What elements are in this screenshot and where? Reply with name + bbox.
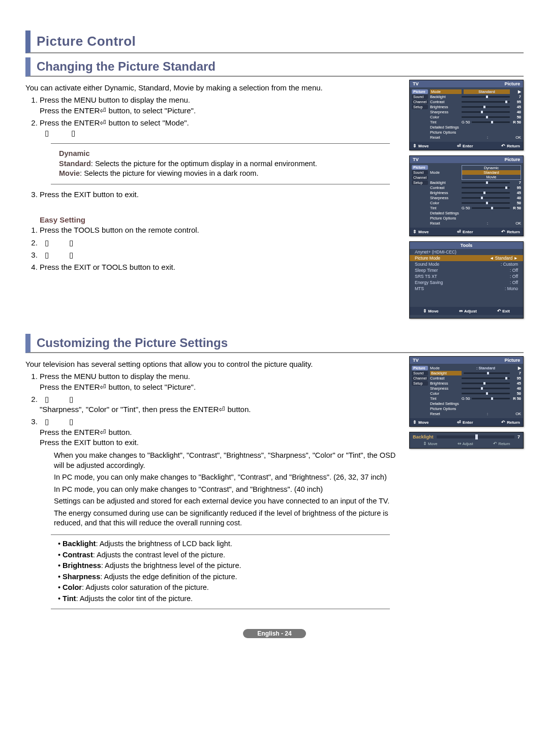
osd-row-sharpness[interactable]: Sharpness	[430, 110, 460, 114]
osd-row-detailed[interactable]: Detailed Settings	[430, 125, 460, 130]
osd-mode-option-standard[interactable]: Standard	[462, 170, 521, 175]
settings-definitions-box: • Backlight: Adjusts the brightness of L…	[51, 534, 390, 609]
osd-row-detailed[interactable]: Detailed Settings	[430, 211, 460, 215]
def-tint-desc: : Adjusts the color tint of the picture.	[76, 594, 193, 603]
osd-row-color[interactable]: Color	[430, 115, 460, 119]
osd-row-contrast[interactable]: Contrast	[430, 376, 460, 381]
osd-row-sharpness[interactable]: Sharpness	[430, 386, 460, 391]
osd-side-picture[interactable]: Picture	[412, 165, 428, 170]
tools-row-anynet[interactable]: Anynet+ (HDMI-CEC)	[415, 249, 456, 255]
page-footer: English - 24	[25, 628, 524, 638]
note-item: In PC mode, you can only make changes to…	[54, 472, 403, 483]
return-icon: ↶	[493, 441, 497, 446]
osd-value: 40	[512, 386, 521, 391]
tools-row-sound-mode[interactable]: Sound Mode	[415, 262, 439, 267]
osd-row-reset[interactable]: Reset	[430, 135, 460, 140]
mode-standard-desc: : Selects the picture for the optimum di…	[91, 160, 317, 168]
osd-mode-value: Standard	[479, 366, 496, 370]
osd-row-reset[interactable]: Reset	[430, 412, 460, 416]
tools-picture-mode-value: Standard	[495, 256, 513, 261]
osd-row-backlight[interactable]: Backlight	[430, 94, 460, 99]
osd-title: Picture	[504, 157, 520, 162]
osd-value: 50	[512, 115, 521, 119]
updown-icon: ⇕	[423, 308, 427, 313]
osd-tint-g: G 50	[462, 206, 470, 210]
step-text: Press the ENTER⏎ button, to select "Pict…	[40, 106, 196, 115]
footer-return: Return	[507, 230, 520, 234]
def-tint-label: Tint	[63, 594, 76, 603]
osd-row-brightness[interactable]: Brightness	[430, 191, 460, 195]
osd-row-brightness[interactable]: Brightness	[430, 381, 460, 386]
osd-side-picture[interactable]: Picture	[412, 89, 428, 94]
osd-row-color[interactable]: Color	[430, 391, 460, 396]
osd-side-setup[interactable]: Setup	[412, 180, 428, 185]
osd-side-setup[interactable]: Setup	[412, 381, 428, 386]
tools-value: Off	[512, 268, 518, 273]
adjust-value: 7	[517, 434, 520, 439]
osd-mode-value: Standard	[464, 89, 510, 94]
osd-row-mode[interactable]: Mode	[430, 89, 462, 94]
tools-row-energy[interactable]: Energy Saving	[415, 280, 443, 285]
osd-row-tint[interactable]: Tint	[430, 206, 460, 210]
leftright-icon: ⇔	[458, 441, 462, 446]
osd-mode-option-movie[interactable]: Movie	[462, 175, 521, 179]
osd-row-contrast[interactable]: Contrast	[430, 100, 460, 104]
tools-row-sleep-timer[interactable]: Sleep Timer	[415, 268, 438, 273]
osd-side-channel[interactable]: Channel	[412, 376, 428, 381]
def-sharpness-label: Sharpness	[63, 573, 100, 581]
osd-side-setup[interactable]: Setup	[412, 105, 428, 109]
osd-side-sound[interactable]: Sound	[412, 170, 428, 175]
def-sharpness-desc: : Adjusts the edge definition of the pic…	[100, 573, 237, 581]
osd-row-brightness[interactable]: Brightness	[430, 105, 460, 109]
osd-row-options[interactable]: Picture Options	[430, 216, 460, 220]
osd-side-channel[interactable]: Channel	[412, 100, 428, 104]
step-text: Press the EXIT button to exit.	[40, 190, 139, 199]
osd-tint-r: R 50	[512, 206, 521, 210]
osd-row-contrast[interactable]: Contrast	[430, 185, 460, 190]
intro-text: You can activate either Dynamic, Standar…	[25, 83, 403, 93]
osd-row-reset[interactable]: Reset	[430, 221, 460, 226]
osd-value: 95	[512, 100, 521, 104]
osd-row-options[interactable]: Picture Options	[430, 406, 460, 411]
osd-row-tint[interactable]: Tint	[430, 396, 460, 401]
footer-enter: Enter	[463, 230, 473, 234]
osd-row-tint[interactable]: Tint	[430, 120, 460, 124]
footer-exit: Exit	[502, 309, 510, 313]
osd-row-sharpness[interactable]: Sharpness	[430, 196, 460, 200]
osd-reset-value: OK	[515, 412, 521, 416]
osd-value: 45	[512, 381, 521, 386]
osd-row-options[interactable]: Picture Options	[430, 130, 460, 135]
tools-title: Tools	[410, 242, 523, 249]
osd-row-detailed[interactable]: Detailed Settings	[430, 401, 460, 406]
tools-row-picture-mode[interactable]: Picture Mode	[415, 256, 440, 261]
osd-tv-label: TV	[413, 81, 419, 86]
osd-side-sound[interactable]: Sound	[412, 371, 428, 375]
osd-tv-label: TV	[413, 157, 419, 162]
osd-row-mode[interactable]: Mode	[430, 366, 460, 370]
footer-adjust: Adjust	[464, 309, 477, 313]
placeholder-glyph: ▯	[69, 395, 73, 403]
footer-move: Move	[418, 230, 429, 234]
footer-move: Move	[418, 420, 429, 425]
osd-value: 45	[512, 191, 521, 195]
adjust-slider[interactable]	[437, 435, 514, 438]
osd-row-mode[interactable]: Mode	[430, 170, 460, 175]
placeholder-glyph: ▯	[45, 417, 49, 426]
placeholder-glyph: ▯	[69, 250, 73, 259]
osd-row-color[interactable]: Color	[430, 201, 460, 205]
placeholder-glyph: ▯	[45, 238, 49, 247]
osd-mode-option-dynamic[interactable]: Dynamic	[462, 166, 521, 170]
osd-value: 40	[512, 196, 521, 200]
osd-row-backlight[interactable]: Backlight	[430, 371, 462, 375]
tools-row-mts[interactable]: MTS	[415, 286, 424, 291]
osd-row-backlight[interactable]: Backlight	[430, 180, 460, 185]
return-icon: ↶	[501, 229, 505, 234]
tools-row-srs[interactable]: SRS TS XT	[415, 274, 437, 279]
osd-side-picture[interactable]: Picture	[412, 366, 428, 370]
osd-side-sound[interactable]: Sound	[412, 94, 428, 99]
tools-value: Off	[512, 280, 518, 285]
footer-adjust: Adjust	[463, 442, 473, 446]
def-brightness-desc: : Adjusts the brightness level of the pi…	[101, 561, 241, 570]
osd-tint-r: R 50	[512, 120, 521, 124]
osd-side-channel[interactable]: Channel	[412, 175, 428, 180]
